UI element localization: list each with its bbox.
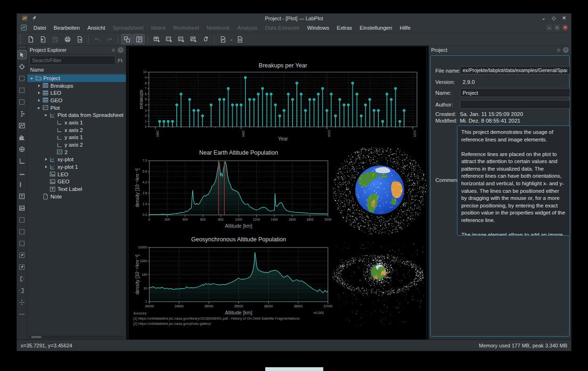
chevron-down-icon[interactable]: ⌄: [230, 37, 233, 41]
float-dock-icon[interactable]: ◇: [112, 48, 115, 52]
new-project-button[interactable]: [25, 34, 36, 44]
add-y-axis-tool-button[interactable]: [17, 180, 27, 189]
zoom-in-tool-button[interactable]: [17, 215, 27, 224]
print-preview-button[interactable]: [74, 34, 85, 44]
datapicker-button[interactable]: [200, 34, 211, 44]
tree-item-geo[interactable]: GEO: [27, 97, 126, 104]
worksheet-view[interactable]: 0123456789101960198020002020Breakups per…: [126, 46, 429, 339]
svg-text:1000: 1000: [235, 218, 242, 221]
chart-breakups-per-year[interactable]: 0123456789101960198020002020Breakups per…: [140, 60, 422, 142]
comment-textarea[interactable]: This project demonstrates the usage of r…: [457, 125, 570, 236]
filter-options-icon[interactable]: [115, 56, 124, 65]
shift-right-x-tool-button[interactable]: [17, 286, 27, 295]
add-polar-plot-tool-button[interactable]: [17, 144, 27, 154]
toggle-project-explorer-button[interactable]: [121, 34, 132, 44]
tree-column-header[interactable]: Name: [27, 67, 126, 74]
tree-item-y-axis-1[interactable]: y axis 1: [27, 134, 126, 141]
new-spreadsheet-button[interactable]: [151, 34, 162, 44]
menu-item-ansicht[interactable]: Ansicht: [83, 24, 109, 32]
chart-near-earth-altitude[interactable]: 0.01.42.84.25.67.00200400600800100012001…: [134, 147, 335, 231]
desktop-panel-hint[interactable]: [265, 367, 323, 371]
tree-item-plot[interactable]: Plot: [27, 104, 126, 112]
svg-text:10000: 10000: [138, 246, 147, 249]
new-plot-button[interactable]: [188, 34, 199, 44]
properties-header[interactable]: Project ◇ ✕: [429, 46, 571, 54]
menu-item-datei[interactable]: Datei: [30, 24, 50, 32]
select-x-region-tool-button[interactable]: [17, 85, 27, 95]
navigate-tool-button[interactable]: [17, 50, 27, 59]
add-histogram-tool-button[interactable]: [17, 132, 27, 142]
add-curve-tool-button[interactable]: [17, 121, 27, 130]
tree-item-breakups[interactable]: Breakups: [27, 82, 126, 90]
menu-item-einstellungen[interactable]: Einstellungen: [356, 24, 396, 32]
tree-item-geo[interactable]: GEO: [27, 178, 126, 186]
tree-item-xy-plot-1[interactable]: xy-plot 1: [27, 163, 126, 171]
rail-drag-handle[interactable]: [19, 47, 25, 49]
new-worksheet-button[interactable]: [217, 34, 229, 44]
close-dock-icon[interactable]: ✕: [563, 47, 569, 53]
mdi-restore-button[interactable]: ◇: [554, 25, 560, 31]
float-dock-icon[interactable]: ◇: [557, 48, 560, 52]
toggle-properties-explorer-button[interactable]: [133, 34, 145, 44]
shift-left-x-tool-button[interactable]: [17, 274, 27, 283]
tree-item-plot-data-from-spreadsheet[interactable]: Plot data from Spreadsheet: [27, 111, 126, 119]
sources-text-label[interactable]: Sources: [1] https://orbitaldebris.jsc.n…: [133, 311, 300, 327]
leo-debris-image[interactable]: [333, 148, 427, 234]
maximize-button[interactable]: ◇: [552, 16, 555, 21]
minimize-button[interactable]: ⌄: [541, 16, 546, 21]
open-project-button[interactable]: [37, 34, 49, 44]
titlebar[interactable]: Project - [Plot] — LabPlot ⌄ ◇ ✕: [17, 14, 571, 23]
tree-item-note[interactable]: Note: [27, 193, 126, 200]
tree-item-leo[interactable]: LEO: [27, 171, 126, 178]
new-notebook-button[interactable]: 00: [175, 34, 187, 44]
zoom-fit-tool-button[interactable]: [17, 262, 27, 272]
print-button[interactable]: [62, 34, 73, 44]
svg-text:Breakups per Year: Breakups per Year: [259, 62, 307, 69]
tree-item-xy-plot[interactable]: xy-plot: [27, 156, 126, 164]
tree-item-x-axis-2[interactable]: x axis 2: [27, 126, 126, 134]
statusbar: x=35.7291, y=3.45624 Memory used 177 MB,…: [17, 339, 571, 351]
toolbar-drag-handle[interactable]: [20, 35, 22, 43]
tree-horizontal-scrollbar[interactable]: [28, 336, 125, 338]
zoom-and-select-tool-button[interactable]: [17, 62, 27, 71]
add-text-label-tool-button[interactable]: [17, 191, 27, 201]
auto-scale-x-tool-button[interactable]: [17, 309, 27, 319]
tree-item-label: Plot: [50, 105, 60, 111]
add-image-tool-button[interactable]: [17, 203, 27, 213]
tree-item-label: y axis 2: [65, 142, 83, 148]
close-button[interactable]: ✕: [562, 16, 566, 21]
search-input[interactable]: [29, 56, 115, 65]
auto-scale-tool-button[interactable]: [17, 297, 27, 307]
new-matrix-button[interactable]: [163, 34, 174, 44]
menu-item-windows[interactable]: Windows: [303, 24, 333, 32]
close-dock-icon[interactable]: ✕: [118, 47, 123, 53]
name-input[interactable]: [460, 88, 570, 97]
tree-item-text-label[interactable]: Text Label: [27, 185, 126, 193]
menu-item-matrix: Matrix: [147, 24, 169, 32]
add-axis-tool-button[interactable]: [17, 156, 27, 165]
select-y-region-tool-button[interactable]: [17, 97, 27, 107]
project-explorer-header[interactable]: Project Explorer ◇ ✕: [27, 46, 126, 54]
new-note-button[interactable]: [235, 34, 246, 44]
add-x-axis-tool-button[interactable]: [17, 168, 27, 177]
author-input[interactable]: [460, 100, 570, 109]
zoom-out-tool-button[interactable]: [17, 227, 27, 236]
tree-item-label: GEO: [57, 179, 70, 184]
select-region-tool-button[interactable]: [17, 74, 27, 83]
mdi-minimize-button[interactable]: ⌄: [546, 25, 552, 31]
tree-item-y-axis-2[interactable]: y axis 2: [27, 141, 126, 148]
zoom-fit-selection-tool-button[interactable]: [17, 250, 27, 260]
tree-item-project[interactable]: Project: [27, 74, 126, 82]
menu-item-extras[interactable]: Extras: [333, 24, 356, 32]
geo-debris-image[interactable]: [331, 238, 427, 329]
cursor-tool-button[interactable]: [17, 109, 27, 118]
tree-item-leo[interactable]: LEO: [27, 89, 126, 97]
mdi-close-button[interactable]: ✕: [562, 25, 568, 31]
zoom-origin-tool-button[interactable]: [17, 239, 27, 248]
menu-item-hilfe[interactable]: Hilfe: [396, 24, 414, 32]
chart-geosynchronous-altitude[interactable]: 1101001000100003400034500350003550036000…: [134, 233, 335, 317]
file-name-input[interactable]: [460, 66, 570, 74]
tree-item-x-axis-1[interactable]: x axis 1: [27, 119, 126, 126]
menu-item-bearbeiten[interactable]: Bearbeiten: [50, 24, 84, 32]
tree-item-2[interactable]: 2: [27, 148, 126, 156]
